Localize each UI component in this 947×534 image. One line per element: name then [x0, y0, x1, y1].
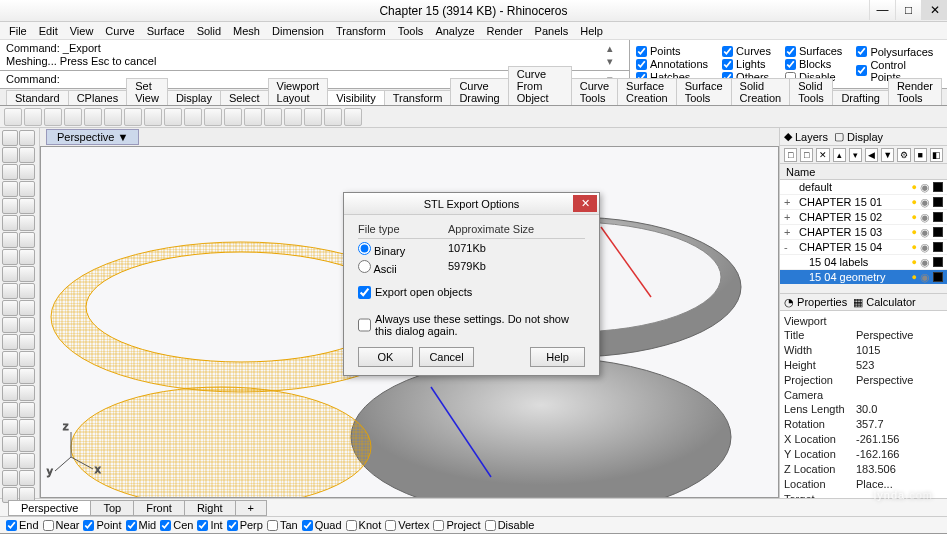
tooltab-curve-tools[interactable]: Curve Tools	[571, 78, 618, 105]
tool-button[interactable]	[2, 436, 18, 452]
tool-button[interactable]	[2, 266, 18, 282]
prop-row[interactable]: Y Location-162.166	[784, 446, 943, 461]
layer-row[interactable]: +CHAPTER 15 01●◉	[780, 195, 947, 210]
cmd-scroll[interactable]: ▴▾	[607, 42, 623, 68]
tooltab-select[interactable]: Select	[220, 90, 269, 105]
tool-button[interactable]	[19, 283, 35, 299]
toolbar-button[interactable]	[204, 108, 222, 126]
tool-button[interactable]	[2, 453, 18, 469]
tool-button[interactable]	[2, 351, 18, 367]
add-view-tab[interactable]: +	[235, 500, 267, 516]
tool-button[interactable]	[19, 300, 35, 316]
prop-row[interactable]: ProjectionPerspective	[784, 372, 943, 387]
view-tab-top[interactable]: Top	[90, 500, 134, 516]
layer-tool[interactable]: ◧	[930, 148, 943, 162]
osnap-knot[interactable]: Knot	[346, 519, 382, 531]
layer-row[interactable]: 15 04 labels●◉	[780, 255, 947, 270]
view-tab-front[interactable]: Front	[133, 500, 185, 516]
toolbar-button[interactable]	[44, 108, 62, 126]
tool-button[interactable]	[19, 232, 35, 248]
tool-button[interactable]	[2, 198, 18, 214]
toolbar-button[interactable]	[264, 108, 282, 126]
tool-button[interactable]	[19, 266, 35, 282]
chk-export-open[interactable]: Export open objects	[358, 286, 585, 299]
layer-row[interactable]: 15 04 geometry●◉	[780, 270, 947, 285]
close-button[interactable]: ✕	[921, 0, 947, 20]
prop-row[interactable]: Rotation357.7	[784, 416, 943, 431]
tooltab-solid-tools[interactable]: Solid Tools	[789, 78, 833, 105]
tool-button[interactable]	[2, 283, 18, 299]
tool-button[interactable]	[19, 436, 35, 452]
toolbar-button[interactable]	[104, 108, 122, 126]
toolbar-button[interactable]	[124, 108, 142, 126]
minimize-button[interactable]: —	[869, 0, 895, 20]
tool-button[interactable]	[19, 147, 35, 163]
tooltab-standard[interactable]: Standard	[6, 90, 69, 105]
osnap-project[interactable]: Project	[433, 519, 480, 531]
osnap-cen[interactable]: Cen	[160, 519, 193, 531]
menu-render[interactable]: Render	[482, 25, 528, 37]
toolbar-button[interactable]	[4, 108, 22, 126]
tab-layers[interactable]: ◆ Layers	[784, 130, 828, 143]
radio-ascii[interactable]: Ascii	[358, 263, 397, 275]
view-tab-perspective[interactable]: Perspective	[8, 500, 91, 516]
tooltab-surface-tools[interactable]: Surface Tools	[676, 78, 732, 105]
toolbar-button[interactable]	[324, 108, 342, 126]
tool-button[interactable]	[2, 317, 18, 333]
menu-mesh[interactable]: Mesh	[228, 25, 265, 37]
toolbar-button[interactable]	[144, 108, 162, 126]
view-tab-right[interactable]: Right	[184, 500, 236, 516]
prop-row[interactable]: Width1015	[784, 342, 943, 357]
toolbar-button[interactable]	[184, 108, 202, 126]
maximize-button[interactable]: □	[895, 0, 921, 20]
tool-button[interactable]	[19, 351, 35, 367]
layer-tool[interactable]: ▼	[881, 148, 894, 162]
layer-tool[interactable]: ▾	[849, 148, 862, 162]
ok-button[interactable]: OK	[358, 347, 413, 367]
menu-dimension[interactable]: Dimension	[267, 25, 329, 37]
filter-surfaces[interactable]: Surfaces	[785, 45, 842, 57]
menu-analyze[interactable]: Analyze	[430, 25, 479, 37]
tool-button[interactable]	[2, 300, 18, 316]
menu-tools[interactable]: Tools	[393, 25, 429, 37]
tool-button[interactable]	[19, 470, 35, 486]
layer-row[interactable]: +CHAPTER 15 03●◉	[780, 225, 947, 240]
tooltab-set-view[interactable]: Set View	[126, 78, 168, 105]
toolbar-button[interactable]	[64, 108, 82, 126]
menu-edit[interactable]: Edit	[34, 25, 63, 37]
layer-tool[interactable]: ◀	[865, 148, 878, 162]
filter-points[interactable]: Points	[636, 45, 708, 57]
filter-curves[interactable]: Curves	[722, 45, 771, 57]
tool-button[interactable]	[2, 385, 18, 401]
tooltab-viewport-layout[interactable]: Viewport Layout	[268, 78, 329, 105]
tool-button[interactable]	[19, 402, 35, 418]
tool-button[interactable]	[2, 402, 18, 418]
tab-properties[interactable]: ◔ Properties	[784, 296, 847, 308]
menu-solid[interactable]: Solid	[192, 25, 226, 37]
prop-row[interactable]: Lens Length30.0	[784, 401, 943, 416]
tool-button[interactable]	[2, 368, 18, 384]
toolbar-button[interactable]	[24, 108, 42, 126]
tool-button[interactable]	[19, 181, 35, 197]
tool-button[interactable]	[2, 147, 18, 163]
toolbar-button[interactable]	[84, 108, 102, 126]
filter-annotations[interactable]: Annotations	[636, 58, 708, 70]
tooltab-surface-creation[interactable]: Surface Creation	[617, 78, 677, 105]
osnap-int[interactable]: Int	[197, 519, 222, 531]
tool-button[interactable]	[2, 334, 18, 350]
menu-curve[interactable]: Curve	[100, 25, 139, 37]
tool-button[interactable]	[2, 249, 18, 265]
tool-button[interactable]	[19, 385, 35, 401]
osnap-near[interactable]: Near	[43, 519, 80, 531]
tool-button[interactable]	[19, 453, 35, 469]
dialog-titlebar[interactable]: STL Export Options ✕	[344, 193, 599, 215]
tool-button[interactable]	[19, 334, 35, 350]
cancel-button[interactable]: Cancel	[419, 347, 474, 367]
osnap-disable[interactable]: Disable	[485, 519, 535, 531]
toolbar-button[interactable]	[344, 108, 362, 126]
tool-button[interactable]	[2, 130, 18, 146]
tool-button[interactable]	[2, 181, 18, 197]
radio-binary[interactable]: Binary	[358, 245, 405, 257]
filter-blocks[interactable]: Blocks	[785, 58, 842, 70]
toolbar-button[interactable]	[284, 108, 302, 126]
